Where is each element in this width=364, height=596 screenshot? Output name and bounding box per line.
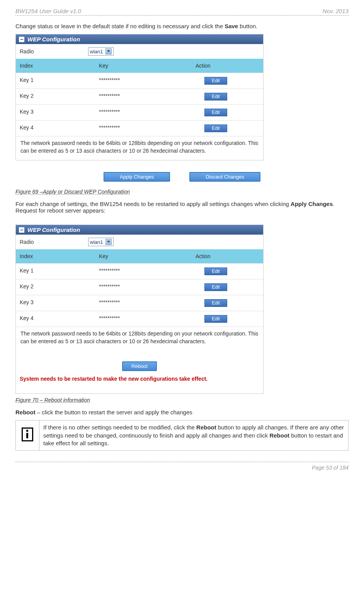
table-row: Key 4 ********** Edit [16, 120, 263, 136]
collapse-icon[interactable]: − [19, 227, 24, 233]
edit-button[interactable]: Edit [204, 109, 227, 116]
radio-row: Radio wlan1 [16, 44, 263, 59]
key-label: Key 3 [16, 295, 95, 311]
panel-title: WEP Configuration [27, 36, 80, 43]
panel-note: The network password needs to be 64bits … [16, 327, 263, 351]
reboot-button[interactable]: Reboot [122, 361, 157, 371]
col-key-header: Key [95, 249, 180, 263]
table-row: Key 1 ********** Edit [16, 263, 263, 279]
chevron-down-icon [105, 48, 112, 54]
doc-title: BW1254 User Guide v1.0 [15, 8, 81, 14]
doc-date: Nov. 2013 [323, 8, 349, 14]
key-value: ********** [95, 89, 180, 104]
info-icon [22, 427, 33, 441]
key-label: Key 2 [16, 279, 95, 295]
info-box: If there is no other settings needed to … [15, 420, 349, 451]
key-value: ********** [95, 279, 180, 295]
key-label: Key 1 [16, 264, 95, 279]
key-value: ********** [95, 121, 180, 136]
radio-select[interactable]: wlan1 [88, 238, 114, 246]
table-row: Key 3 ********** Edit [16, 295, 263, 311]
figure-69-caption: Figure 69 –Apply or Discard WEP Configur… [15, 189, 349, 195]
chevron-down-icon [105, 239, 112, 245]
edit-button[interactable]: Edit [204, 124, 227, 132]
table-header-row: Index Key Action [16, 59, 263, 73]
button-bar: Apply Changes Discard Changes [15, 172, 349, 182]
page-header: BW1254 User Guide v1.0 Nov. 2013 [15, 8, 349, 14]
key-value: ********** [95, 264, 180, 279]
radio-select[interactable]: wlan1 [88, 47, 114, 56]
radio-label: Radio [20, 48, 34, 54]
col-action-header: Action [180, 249, 263, 263]
collapse-icon[interactable]: − [19, 37, 24, 42]
col-action-header: Action [180, 59, 263, 73]
edit-button[interactable]: Edit [204, 93, 227, 100]
reboot-warning: System needs to be restarted to make the… [20, 376, 259, 382]
radio-label: Radio [20, 239, 34, 245]
table-row: Key 3 ********** Edit [16, 104, 263, 120]
info-icon-cell [16, 421, 39, 451]
radio-value: wlan1 [90, 49, 103, 54]
col-index-header: Index [16, 249, 95, 263]
info-text: If there is no other settings needed to … [39, 421, 349, 451]
radio-row: Radio wlan1 [16, 235, 263, 249]
table-row: Key 1 ********** Edit [16, 73, 263, 89]
header-divider [15, 15, 349, 16]
edit-button[interactable]: Edit [204, 315, 227, 323]
table-row: Key 4 ********** Edit [16, 311, 263, 327]
col-key-header: Key [95, 59, 180, 73]
key-value: ********** [95, 105, 180, 120]
reboot-instruction: Reboot – click the button to restart the… [15, 409, 349, 415]
key-label: Key 3 [16, 105, 95, 120]
edit-button[interactable]: Edit [204, 77, 227, 85]
key-label: Key 1 [16, 73, 95, 89]
panel-header: − WEP Configuration [16, 34, 263, 44]
wep-config-panel-2: − WEP Configuration Radio wlan1 Index Ke… [16, 225, 263, 351]
key-value: ********** [95, 311, 180, 327]
table-row: Key 2 ********** Edit [16, 279, 263, 295]
key-label: Key 2 [16, 89, 95, 104]
discard-changes-button[interactable]: Discard Changes [189, 172, 260, 182]
edit-button[interactable]: Edit [204, 299, 227, 307]
radio-value: wlan1 [90, 239, 103, 245]
figure-70-caption: Figure 70 – Reboot information [15, 397, 349, 403]
wep-config-reboot-section: − WEP Configuration Radio wlan1 Index Ke… [15, 225, 264, 394]
col-index-header: Index [16, 59, 95, 73]
key-label: Key 4 [16, 121, 95, 136]
apply-changes-button[interactable]: Apply Changes [104, 172, 170, 182]
footer-divider [15, 461, 349, 462]
wep-config-panel: − WEP Configuration Radio wlan1 Index Ke… [15, 34, 264, 160]
page-number: Page 53 of 184 [15, 465, 349, 471]
edit-button[interactable]: Edit [204, 267, 227, 275]
table-header-row: Index Key Action [16, 249, 263, 263]
panel-title: WEP Configuration [27, 226, 80, 233]
key-value: ********** [95, 73, 180, 89]
panel-header: − WEP Configuration [16, 225, 263, 235]
reboot-button-bar: Reboot [16, 361, 263, 371]
key-label: Key 4 [16, 311, 95, 327]
table-row: Key 2 ********** Edit [16, 89, 263, 104]
paragraph-2: For each change of settings, the BW1254 … [15, 201, 349, 214]
instruction-paragraph: Change status or leave in the default st… [15, 23, 349, 29]
panel-note: The network password needs to be 64bits … [16, 136, 263, 160]
edit-button[interactable]: Edit [204, 283, 227, 291]
key-value: ********** [95, 295, 180, 311]
